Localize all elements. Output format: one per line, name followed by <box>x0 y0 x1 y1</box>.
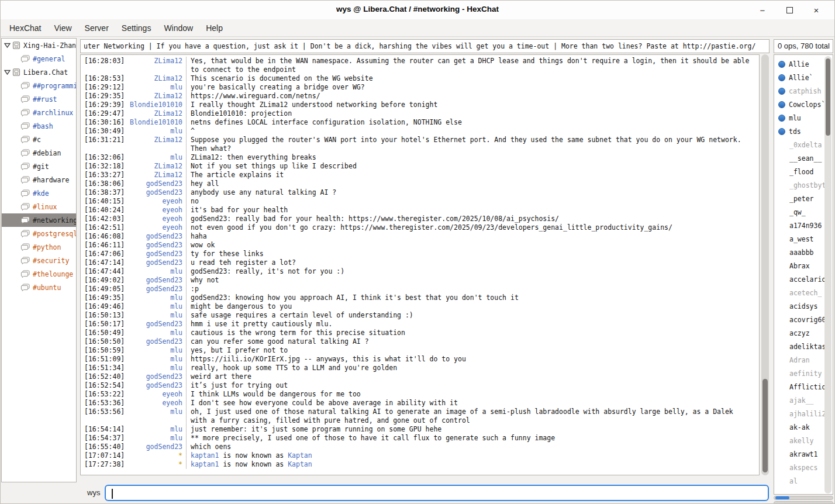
userlist-item-allie[interactable]: Allie <box>774 57 833 71</box>
channel-icon <box>20 109 30 116</box>
expander-icon[interactable] <box>4 70 11 75</box>
userlist-item-acetech[interactable]: acetech_ <box>774 286 833 299</box>
userlist-item-accelario[interactable]: accelario <box>774 272 833 286</box>
nick-link[interactable]: Kaptan <box>288 460 312 468</box>
userlist-item-ajhalili2[interactable]: ajhalili2 <box>774 407 833 420</box>
userlist-item-adran[interactable]: Adran <box>774 353 833 367</box>
userlist-item-sean[interactable]: __sean__ <box>774 151 833 165</box>
userlist-item-ajak[interactable]: ajak__ <box>774 393 833 407</box>
message-nick: godSend23 <box>126 337 182 346</box>
server-icon <box>12 68 20 76</box>
tree-item-security[interactable]: #security <box>2 254 76 267</box>
userlist-item-qw[interactable]: _qw_ <box>774 205 833 219</box>
userlist-hscrollbar[interactable] <box>774 496 833 500</box>
userlist-item-a174n936[interactable]: a174n936 <box>774 219 833 232</box>
userlist-item-mlu[interactable]: mlu <box>774 111 833 125</box>
userlist-item-allie[interactable]: Allie` <box>774 71 833 84</box>
message-text: :p <box>186 285 751 294</box>
minimize-button[interactable]: − <box>749 1 776 19</box>
userlist-item-abrax[interactable]: Abrax <box>774 259 833 272</box>
message-nick: eyeoh <box>126 399 182 408</box>
userlist-item-acovrig60[interactable]: acovrig60 <box>774 313 833 326</box>
userlist-hscrollbar-thumb[interactable] <box>775 496 789 499</box>
menu-hexchat[interactable]: HexChat <box>3 20 47 36</box>
menu-settings[interactable]: Settings <box>115 20 158 36</box>
message-text: hmm i use it pretty cautiously mlu. <box>186 320 751 329</box>
maximize-button[interactable] <box>776 1 803 19</box>
tree-item-label: #security <box>33 257 69 265</box>
userlist-item-akrawt1[interactable]: akrawt1 <box>774 447 833 461</box>
nick-link[interactable]: kaptan1 <box>191 451 219 460</box>
message-nick: mlu <box>126 434 182 443</box>
userlist-scrollbar[interactable] <box>824 56 831 493</box>
chat-row: [16:49:05]godSend23:p <box>84 285 759 294</box>
expander-icon[interactable] <box>4 43 11 48</box>
tree-item-hardware[interactable]: #hardware <box>2 173 76 187</box>
userlist-item-ghostbyt[interactable]: _ghostbyt <box>774 178 833 192</box>
close-button[interactable]: × <box>803 1 830 19</box>
userlist-item-aczyz[interactable]: aczyz <box>774 326 833 340</box>
userlist-item-tds[interactable]: tds <box>774 125 833 138</box>
tree-item-thelounge[interactable]: #thelounge <box>2 267 76 281</box>
tree-item-programming[interactable]: ##programming <box>2 79 76 92</box>
tree-item-debian[interactable]: #debian <box>2 146 76 160</box>
userlist-item-acidsys[interactable]: acidsys <box>774 299 833 313</box>
timestamp: [16:51:09] <box>84 355 126 364</box>
userlist-item-akak[interactable]: ak-ak <box>774 420 833 434</box>
tree-item-git[interactable]: #git <box>2 160 76 173</box>
menu-help[interactable]: Help <box>199 20 229 36</box>
userlist-item-cowclops[interactable]: Cowclops` <box>774 98 833 111</box>
userlist-item-0xdelta[interactable]: _0xdelta <box>774 138 833 151</box>
menu-bar: HexChatViewServerSettingsWindowHelp <box>1 19 834 37</box>
tree-item-linux[interactable]: #linux <box>2 200 76 213</box>
message-nick: godSend23 <box>126 232 182 241</box>
tree-item-networking[interactable]: #networking <box>2 213 76 227</box>
nick-link[interactable]: kaptan1 <box>191 460 219 468</box>
tree-item-general[interactable]: #general <box>2 52 76 65</box>
message-text: Blondie101010: projection <box>186 109 751 118</box>
message-text: Not if you set things up like I describe… <box>186 162 751 171</box>
chat-scrollbar-thumb[interactable] <box>762 379 768 472</box>
tree-item-postgresql[interactable]: #postgresql <box>2 227 76 240</box>
tree-item-label: ##programming <box>33 82 76 90</box>
tree-item-liberachat[interactable]: Libera.Chat <box>2 65 76 79</box>
title-bar: wys @ Libera.Chat / #networking - HexCha… <box>1 1 834 19</box>
userlist-item-afflictio[interactable]: Afflictio <box>774 380 833 393</box>
tree-item-xinghaizhan[interactable]: Xing-Hai-Zhan <box>2 39 76 52</box>
timestamp: [16:50:49] <box>84 329 126 337</box>
message-text: u read teh register a lot? <box>186 258 751 267</box>
tree-item-bash[interactable]: #bash <box>2 119 76 133</box>
userlist-item-flood[interactable]: _flood <box>774 165 833 178</box>
menu-server[interactable]: Server <box>78 20 115 36</box>
topic-bar[interactable]: uter Networking | If you have a question… <box>80 39 770 53</box>
tree-item-ubuntu[interactable]: #ubuntu <box>2 281 76 294</box>
tree-item-python[interactable]: #python <box>2 240 76 254</box>
menu-window[interactable]: Window <box>157 20 199 36</box>
timestamp: [16:38:06] <box>84 179 126 188</box>
userlist-item-aaabbb[interactable]: aaabbb <box>774 246 833 259</box>
userlist-item-awest[interactable]: a_west <box>774 232 833 246</box>
userlist-item-al[interactable]: al <box>774 474 833 488</box>
nick-link[interactable]: Kaptan <box>288 451 312 460</box>
message-text: godSend23: knowing how you approach AI, … <box>186 294 751 302</box>
userlist-scrollbar-thumb[interactable] <box>826 58 830 136</box>
userlist-item-akspecs[interactable]: akspecs <box>774 461 833 474</box>
userlist-item-akelly[interactable]: akelly <box>774 434 833 447</box>
tree-item-kde[interactable]: #kde <box>2 187 76 200</box>
message-text: really, hook up some TTS to a LLM and yo… <box>186 364 751 372</box>
own-nick-label: wys <box>87 488 100 497</box>
userlist-item-aefinity[interactable]: aefinity <box>774 367 833 380</box>
userlist-item-peter[interactable]: _peter <box>774 192 833 205</box>
message-input[interactable] <box>111 487 760 499</box>
userlist-item-catphish[interactable]: catphish <box>774 84 833 98</box>
tree-item-c[interactable]: #c <box>2 133 76 146</box>
menu-view[interactable]: View <box>47 20 78 36</box>
userlist-item-adeliktas[interactable]: adeliktas <box>774 340 833 353</box>
message-nick: godSend23 <box>126 443 182 451</box>
chat-row: [16:52:54]godSend23it’s just for trying … <box>84 381 759 390</box>
chat-scrollbar[interactable] <box>761 54 769 475</box>
user-name: acovrig60 <box>789 316 826 324</box>
message-nick: godSend23 <box>126 179 182 188</box>
tree-item-archlinux[interactable]: #archlinux <box>2 106 76 119</box>
tree-item-rust[interactable]: ##rust <box>2 92 76 106</box>
